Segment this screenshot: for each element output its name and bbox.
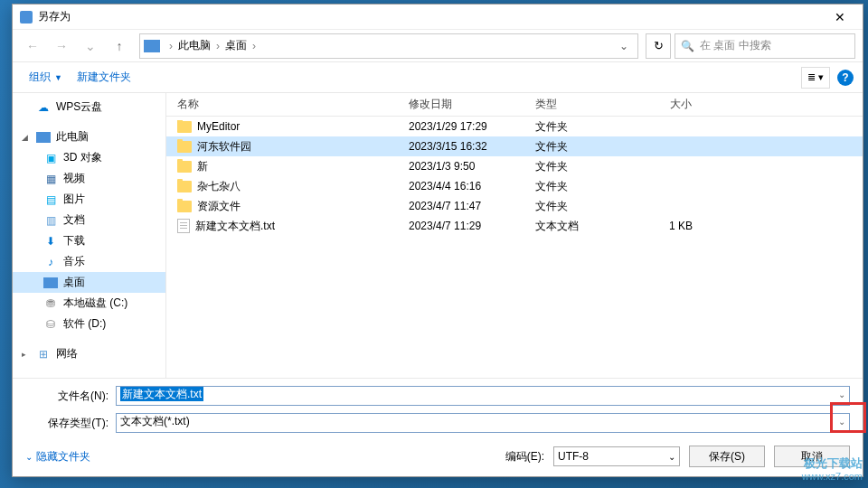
3d-icon: ▣	[43, 152, 58, 164]
sidebar: ☁WPS云盘 ◢此电脑 ▣3D 对象 ▦视频 ▤图片 ▥文档 ⬇下载 ♪音乐 桌…	[13, 93, 166, 378]
file-name: 新	[197, 159, 208, 174]
app-icon	[20, 11, 33, 23]
picture-icon: ▤	[43, 193, 58, 206]
file-type: 文件夹	[528, 199, 627, 214]
sidebar-item-desktop[interactable]: 桌面	[13, 272, 165, 293]
search-icon: 🔍	[681, 40, 694, 52]
column-name[interactable]: 名称	[166, 93, 401, 116]
document-icon: ▥	[43, 214, 58, 227]
encoding-label: 编码(E):	[505, 449, 544, 465]
file-date: 2023/4/7 11:47	[401, 200, 528, 212]
drive-icon: ⛁	[43, 318, 58, 331]
view-options-button[interactable]: ≣ ▾	[801, 67, 830, 89]
file-type: 文本文档	[528, 219, 627, 234]
cloud-icon: ☁	[36, 101, 51, 114]
file-row[interactable]: 杂七杂八2023/4/4 16:16文件夹	[166, 176, 863, 196]
file-name: 杂七杂八	[197, 179, 241, 194]
video-icon: ▦	[43, 173, 58, 185]
search-placeholder: 在 桌面 中搜索	[700, 38, 771, 53]
hide-folders-toggle[interactable]: ⌄ 隐藏文件夹	[25, 449, 90, 465]
sidebar-item-drive-c[interactable]: ⛃本地磁盘 (C:)	[13, 293, 165, 314]
column-type[interactable]: 类型	[528, 93, 627, 116]
network-icon: ⊞	[36, 348, 51, 361]
help-button[interactable]: ?	[837, 70, 854, 86]
bottom-panel: 文件名(N): 新建文本文档.txt ⌄ 保存类型(T): 文本文档(*.txt…	[13, 378, 863, 440]
chevron-down-icon: ⌄	[25, 452, 33, 462]
sidebar-item-downloads[interactable]: ⬇下载	[13, 230, 165, 251]
sidebar-item-network[interactable]: ▸⊞网络	[13, 343, 165, 364]
save-button[interactable]: 保存(S)	[689, 446, 765, 467]
file-type: 文件夹	[528, 159, 627, 174]
cancel-button[interactable]: 取消	[774, 446, 850, 467]
sidebar-item-drive-d[interactable]: ⛁软件 (D:)	[13, 314, 165, 334]
sidebar-item-wps[interactable]: ☁WPS云盘	[13, 97, 165, 117]
chevron-right-icon: ›	[165, 40, 176, 52]
file-name: 资源文件	[197, 199, 241, 214]
savetype-select[interactable]: 文本文档(*.txt) ⌄	[116, 413, 850, 433]
toolbar: 组织 ▼ 新建文件夹 ≣ ▾ ?	[13, 62, 863, 93]
pc-icon	[144, 40, 160, 52]
column-size[interactable]: 大小	[627, 93, 700, 116]
sidebar-item-docs[interactable]: ▥文档	[13, 210, 165, 230]
chevron-right-icon: ›	[249, 40, 259, 52]
file-list: 名称 修改日期 类型 大小 MyEditor2023/1/29 17:29文件夹…	[166, 93, 863, 378]
titlebar: 另存为 ✕	[13, 5, 863, 30]
drive-icon: ⛃	[43, 297, 58, 310]
chevron-down-icon[interactable]: ⌄	[614, 40, 634, 52]
sidebar-item-pc[interactable]: ◢此电脑	[13, 127, 165, 147]
organize-menu[interactable]: 组织 ▼	[22, 66, 70, 89]
chevron-down-icon[interactable]: ⌄	[838, 417, 845, 427]
chevron-down-icon[interactable]: ⌄	[838, 389, 845, 399]
column-date[interactable]: 修改日期	[401, 93, 528, 116]
close-button[interactable]: ✕	[821, 5, 859, 29]
file-date: 2023/1/29 17:29	[401, 120, 528, 133]
file-row[interactable]: 河东软件园2023/3/15 16:32文件夹	[166, 136, 863, 156]
save-as-dialog: 另存为 ✕ ← → ⌄ ↑ › 此电脑 › 桌面 › ⌄ ↻ 🔍 在 桌面 中搜…	[12, 4, 863, 477]
file-row[interactable]: MyEditor2023/1/29 17:29文件夹	[166, 117, 863, 136]
breadcrumb-root[interactable]: 此电脑	[176, 38, 212, 53]
sidebar-item-3d[interactable]: ▣3D 对象	[13, 147, 165, 168]
file-name: 河东软件园	[197, 139, 251, 155]
file-type: 文件夹	[528, 119, 627, 135]
file-date: 2023/4/7 11:29	[401, 220, 528, 232]
breadcrumb[interactable]: › 此电脑 › 桌面 › ⌄	[139, 33, 638, 59]
recent-dropdown[interactable]: ⌄	[78, 33, 103, 59]
desktop-icon	[43, 277, 58, 288]
expand-icon[interactable]: ▸	[22, 350, 31, 359]
main-area: ☁WPS云盘 ◢此电脑 ▣3D 对象 ▦视频 ▤图片 ▥文档 ⬇下载 ♪音乐 桌…	[13, 93, 863, 378]
forward-button[interactable]: →	[49, 33, 74, 59]
search-input[interactable]: 🔍 在 桌面 中搜索	[675, 33, 855, 59]
file-row[interactable]: 资源文件2023/4/7 11:47文件夹	[166, 196, 863, 216]
folder-icon	[177, 201, 192, 212]
music-icon: ♪	[43, 256, 58, 268]
folder-icon	[177, 161, 192, 173]
breadcrumb-path1[interactable]: 桌面	[223, 38, 249, 53]
column-headers: 名称 修改日期 类型 大小	[166, 93, 863, 117]
chevron-down-icon: ▼	[54, 73, 62, 82]
refresh-button[interactable]: ↻	[646, 33, 671, 59]
file-row[interactable]: 新2023/1/3 9:50文件夹	[166, 156, 863, 176]
new-folder-button[interactable]: 新建文件夹	[70, 66, 138, 89]
sidebar-item-music[interactable]: ♪音乐	[13, 251, 165, 272]
file-name: MyEditor	[197, 120, 240, 133]
filename-input[interactable]: 新建文本文档.txt ⌄	[116, 386, 850, 406]
up-button[interactable]: ↑	[107, 33, 132, 59]
file-type: 文件夹	[528, 139, 627, 155]
savetype-label: 保存类型(T):	[25, 416, 108, 431]
folder-icon	[177, 121, 192, 133]
encoding-select[interactable]: UTF-8 ⌄	[553, 446, 680, 466]
sidebar-item-video[interactable]: ▦视频	[13, 168, 165, 189]
file-row[interactable]: 新建文本文档.txt2023/4/7 11:29文本文档1 KB	[166, 216, 863, 236]
navbar: ← → ⌄ ↑ › 此电脑 › 桌面 › ⌄ ↻ 🔍 在 桌面 中搜索	[13, 30, 863, 62]
filename-label: 文件名(N):	[25, 389, 108, 404]
file-size: 1 KB	[627, 220, 700, 232]
folder-icon	[177, 181, 192, 192]
file-name: 新建文本文档.txt	[195, 219, 275, 234]
file-date: 2023/3/15 16:32	[401, 140, 528, 153]
pc-icon	[36, 132, 51, 143]
expand-icon[interactable]: ◢	[22, 133, 31, 142]
chevron-down-icon: ⌄	[668, 452, 675, 462]
chevron-right-icon: ›	[212, 40, 223, 52]
sidebar-item-pics[interactable]: ▤图片	[13, 189, 165, 210]
back-button[interactable]: ←	[20, 33, 45, 59]
